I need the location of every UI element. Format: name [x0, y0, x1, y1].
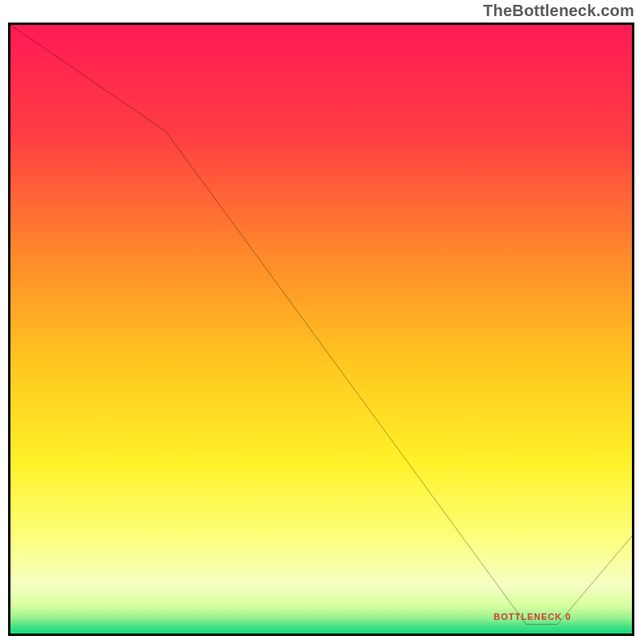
minima-label: BOTTLENECK 0: [493, 612, 571, 621]
chart-line: [10, 25, 632, 634]
chart-frame: BOTTLENECK 0: [8, 23, 634, 636]
watermark-text: TheBottleneck.com: [483, 2, 634, 20]
